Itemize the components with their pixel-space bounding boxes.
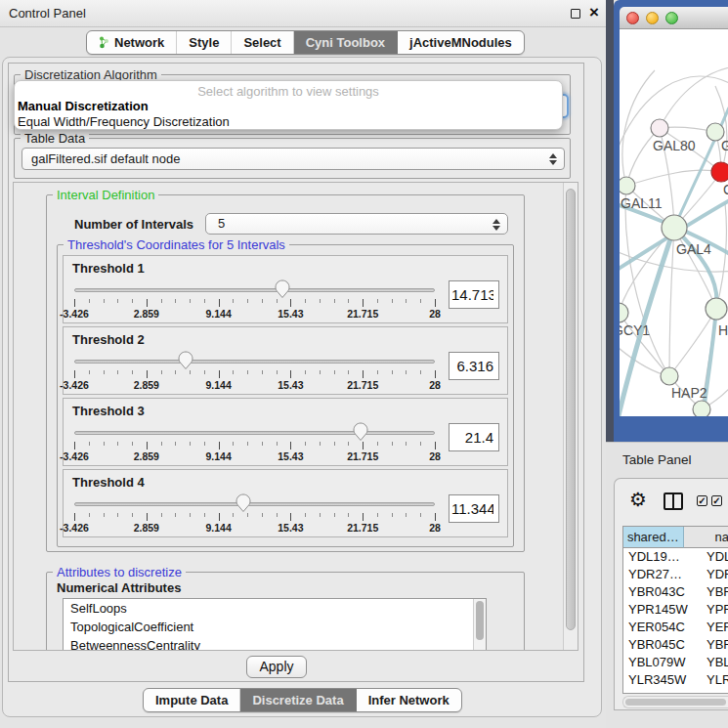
table-row[interactable]: YPR145WYPR1: [623, 601, 728, 619]
apply-button[interactable]: Apply: [246, 656, 307, 678]
tick-label: 2.859: [134, 522, 159, 534]
network-node-gal11[interactable]: [620, 177, 635, 194]
table-row[interactable]: YIL052CYIL0: [623, 689, 728, 694]
interval-definition-group: Interval Definition Number of Intervals …: [46, 194, 525, 552]
table-row[interactable]: YBR043CYBR0: [623, 583, 728, 601]
window-title: Control Panel: [9, 6, 86, 21]
table-row[interactable]: YBL079WYBL0: [623, 654, 728, 671]
network-node-h[interactable]: [706, 298, 727, 320]
threshold-value-input[interactable]: [449, 494, 499, 523]
cell-name: YBL0: [701, 654, 728, 671]
bottom-tab-bar: Impute DataDiscretize DataInfer Network: [143, 688, 462, 712]
split-table-icon[interactable]: [664, 492, 683, 510]
network-node-c[interactable]: [711, 162, 728, 182]
numerical-attributes-list[interactable]: SelfLoopsTopologicalCoefficientBetweenne…: [63, 598, 487, 651]
network-node-gcy1[interactable]: [620, 303, 628, 322]
table-row[interactable]: YDL19…YDL1: [623, 548, 728, 566]
threshold-value-input[interactable]: [449, 423, 499, 451]
tick-label: 21.715: [347, 450, 378, 462]
settings-vertical-scrollbar[interactable]: [563, 183, 578, 650]
attributes-scrollbar-thumb[interactable]: [476, 601, 484, 640]
checkbox-icon[interactable]: ✓: [711, 495, 722, 506]
algorithm-option-equal-width[interactable]: Equal Width/Frequency Discretization: [18, 114, 230, 129]
slider-thumb[interactable]: [353, 422, 368, 442]
network-canvas[interactable]: GAL80GCGAL11GAL4GCY1HHAP2: [620, 29, 728, 416]
threshold-value-input[interactable]: [449, 280, 499, 309]
threshold-panel: Threshold 3-3.4262.8599.14415.4321.71528: [63, 398, 508, 466]
network-node-gal4[interactable]: [662, 215, 687, 240]
mac-close-button[interactable]: [626, 12, 639, 24]
table-row[interactable]: YDR27…YDR2: [623, 566, 728, 583]
table-scrollbar-thumb[interactable]: [625, 699, 726, 706]
tab-network[interactable]: Network: [87, 31, 177, 54]
control-panel-titlebar: Control Panel ×: [0, 0, 606, 27]
node-label: HAP2: [671, 385, 707, 401]
attribute-items: SelfLoopsTopologicalCoefficientBetweenne…: [64, 599, 486, 651]
tab-label: Infer Network: [368, 693, 450, 707]
slider-thumb[interactable]: [236, 493, 251, 513]
tab-infer-network[interactable]: Infer Network: [357, 689, 461, 711]
column-header-name[interactable]: na: [684, 527, 728, 548]
cell-name: YBR0: [701, 583, 728, 601]
tab-select[interactable]: Select: [232, 31, 293, 54]
threshold-slider[interactable]: -3.4262.8599.14415.4321.71528: [72, 493, 437, 536]
slider-thumb[interactable]: [178, 351, 193, 370]
column-header-shared-name[interactable]: shared…: [623, 527, 684, 548]
tick-label: -3.426: [60, 308, 89, 320]
attribute-item[interactable]: TopologicalCoefficient: [64, 618, 486, 636]
algorithm-option-manual[interactable]: Manual Discretization: [18, 99, 149, 113]
table-horizontal-scrollbar[interactable]: [622, 696, 728, 708]
float-window-icon[interactable]: [571, 9, 580, 19]
control-panel-window: Control Panel × NetworkStyleSelectCyni T…: [0, 0, 606, 728]
tick-label: 2.859: [134, 308, 159, 320]
slider-track[interactable]: [74, 502, 435, 506]
top-tab-bar: NetworkStyleSelectCyni ToolboxjActiveMNo…: [86, 30, 525, 55]
threshold-label: Threshold 4: [72, 475, 498, 490]
node-label: H: [718, 322, 728, 338]
tick-label: 9.144: [205, 450, 231, 462]
tab-discretize-data[interactable]: Discretize Data: [240, 689, 356, 711]
threshold-slider[interactable]: -3.4262.8599.14415.4321.71528: [72, 351, 437, 394]
cell-shared-name: YIL052C: [623, 689, 701, 694]
tab-jactivemnodules[interactable]: jActiveMNodules: [398, 31, 524, 54]
table-data-combobox[interactable]: galFiltered.sif default node: [21, 148, 565, 170]
tick-label: -3.426: [60, 379, 89, 391]
slider-track[interactable]: [74, 288, 435, 292]
attribute-item[interactable]: SelfLoops: [64, 599, 486, 618]
threshold-value-input[interactable]: [449, 352, 499, 380]
tab-impute-data[interactable]: Impute Data: [144, 689, 240, 711]
slider-thumb[interactable]: [275, 279, 290, 299]
close-icon[interactable]: ×: [589, 3, 599, 22]
mac-minimize-button[interactable]: [646, 12, 659, 24]
network-icon: [99, 36, 109, 49]
network-node-gal80[interactable]: [651, 119, 668, 137]
number-of-intervals-combobox[interactable]: 5: [205, 213, 508, 235]
cell-shared-name: YDL19…: [623, 548, 701, 566]
table-row[interactable]: YER054CYER0: [623, 619, 728, 636]
tab-cyni-toolbox[interactable]: Cyni Toolbox: [294, 31, 398, 54]
attributes-list-scrollbar[interactable]: [473, 599, 486, 651]
table-data-title: Table Data: [21, 131, 89, 146]
mac-zoom-button[interactable]: [665, 12, 678, 24]
threshold-panel: Threshold 1-3.4262.8599.14415.4321.71528: [63, 255, 508, 323]
attribute-item[interactable]: BetweennessCentrality: [64, 636, 486, 651]
gear-icon[interactable]: ⚙: [629, 489, 647, 510]
tick-label: -3.426: [60, 450, 89, 462]
tick-label: 28: [429, 522, 441, 534]
table-row[interactable]: YLR345WYLR3: [623, 671, 728, 689]
tab-style[interactable]: Style: [177, 31, 232, 54]
slider-track[interactable]: [74, 431, 435, 435]
tick-label: 15.43: [278, 522, 303, 534]
settings-scrollbar-thumb[interactable]: [566, 189, 576, 630]
network-node-hap2[interactable]: [661, 367, 678, 385]
slider-track[interactable]: [74, 360, 435, 364]
threshold-slider[interactable]: -3.4262.8599.14415.4321.71528: [72, 279, 437, 322]
threshold-slider[interactable]: -3.4262.8599.14415.4321.71528: [72, 422, 437, 465]
interval-definition-title: Interval Definition: [53, 188, 158, 202]
cell-shared-name: YBR043C: [623, 583, 701, 601]
algorithm-dropdown-popup: Select algorithm to view settings Manual…: [14, 80, 563, 130]
thresholds-group: Threshold's Coordinates for 5 Intervals …: [57, 244, 514, 547]
table-row[interactable]: YBR045CYBR0: [623, 636, 728, 654]
checkbox-icon[interactable]: ✓: [697, 495, 707, 506]
network-node[interactable]: [693, 401, 710, 416]
